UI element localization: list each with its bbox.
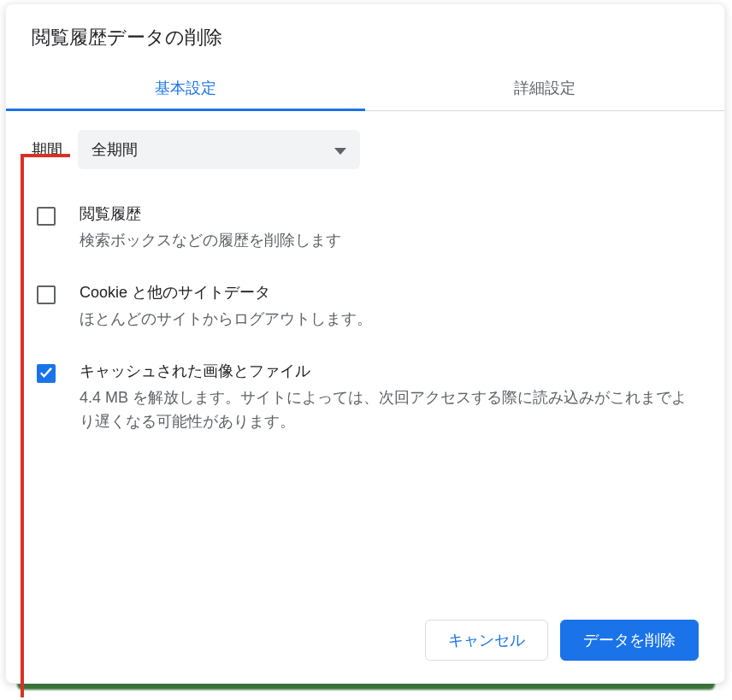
option-title: 閲覧履歴 — [80, 203, 699, 224]
tabs: 基本設定 詳細設定 — [6, 66, 724, 111]
dialog-title: 閲覧履歴データの削除 — [6, 4, 724, 66]
dropdown-icon — [334, 141, 346, 159]
dialog-content: 期間 全期間 閲覧履歴 検索ボックスなどの履歴を削除します Cookie と他の… — [6, 111, 724, 620]
cancel-button[interactable]: キャンセル — [425, 620, 548, 661]
option-desc: ほとんどのサイトからログアウトします。 — [80, 308, 699, 332]
clear-data-button-label: データを削除 — [583, 630, 676, 650]
checkbox-cached-images[interactable] — [37, 364, 56, 383]
time-range-row: 期間 全期間 — [32, 130, 699, 169]
dialog-actions: キャンセル データを削除 — [6, 620, 724, 683]
tab-basic-label: 基本設定 — [155, 79, 216, 97]
option-text: キャッシュされた画像とファイル 4.4 MB を解放します。サイトによっては、次… — [80, 361, 699, 434]
tab-advanced-label: 詳細設定 — [514, 79, 576, 97]
annotation-highlight-line — [21, 154, 24, 697]
tab-basic[interactable]: 基本設定 — [6, 66, 365, 110]
option-cookies: Cookie と他のサイトデータ ほとんどのサイトからログアウトします。 — [32, 282, 699, 332]
clear-data-button[interactable]: データを削除 — [560, 620, 699, 661]
option-title: Cookie と他のサイトデータ — [80, 282, 699, 303]
option-desc: 検索ボックスなどの履歴を削除します — [80, 229, 699, 253]
tab-advanced[interactable]: 詳細設定 — [365, 66, 724, 110]
option-desc: 4.4 MB を解放します。サイトによっては、次回アクセスする際に読み込みがこれ… — [80, 386, 699, 434]
cancel-button-label: キャンセル — [448, 630, 525, 650]
option-title: キャッシュされた画像とファイル — [80, 361, 699, 381]
option-text: Cookie と他のサイトデータ ほとんどのサイトからログアウトします。 — [80, 282, 699, 332]
option-browsing-history: 閲覧履歴 検索ボックスなどの履歴を削除します — [32, 203, 699, 253]
option-text: 閲覧履歴 検索ボックスなどの履歴を削除します — [80, 203, 699, 253]
clear-browsing-data-dialog: 閲覧履歴データの削除 基本設定 詳細設定 期間 全期間 閲覧履歴 検索ボックスな… — [5, 3, 725, 684]
time-range-select[interactable]: 全期間 — [78, 130, 360, 169]
checkbox-cookies[interactable] — [37, 285, 56, 304]
time-range-value: 全期間 — [92, 139, 138, 160]
option-cached-images: キャッシュされた画像とファイル 4.4 MB を解放します。サイトによっては、次… — [32, 361, 699, 434]
checkbox-browsing-history[interactable] — [37, 207, 56, 226]
